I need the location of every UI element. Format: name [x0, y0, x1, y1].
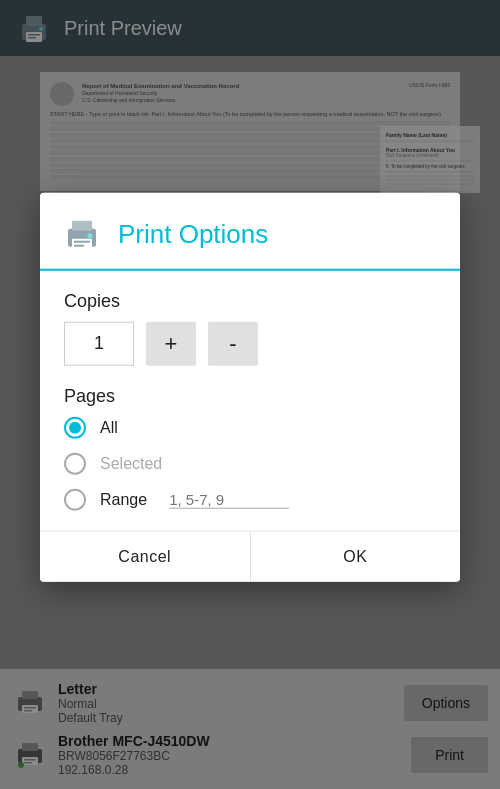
radio-selected-circle[interactable] [64, 452, 86, 474]
ok-button[interactable]: OK [250, 531, 461, 581]
dialog-print-icon [60, 212, 104, 256]
print-options-dialog: Print Options Copies + - Pages All Selec… [40, 192, 460, 581]
radio-range-circle[interactable] [64, 488, 86, 510]
copies-increment-button[interactable]: + [146, 321, 196, 365]
copies-input[interactable] [64, 321, 134, 365]
range-input[interactable] [169, 490, 289, 508]
radio-all-label: All [100, 418, 118, 436]
svg-rect-19 [72, 238, 92, 248]
svg-rect-21 [74, 244, 84, 246]
cancel-button[interactable]: Cancel [40, 531, 250, 581]
dialog-title: Print Options [118, 219, 268, 250]
radio-range-label: Range [100, 490, 147, 508]
radio-row-selected[interactable]: Selected [64, 452, 436, 474]
pages-radio-group: All Selected Range [64, 416, 436, 510]
dialog-header: Print Options [40, 192, 460, 270]
radio-selected-label: Selected [100, 454, 162, 472]
svg-rect-18 [72, 220, 92, 230]
dialog-body: Copies + - Pages All Selected Range [40, 270, 460, 530]
radio-row-range[interactable]: Range [64, 488, 436, 510]
copies-label: Copies [64, 290, 436, 311]
radio-all-circle[interactable] [64, 416, 86, 438]
pages-label: Pages [64, 385, 436, 406]
svg-point-22 [88, 233, 93, 238]
dialog-footer: Cancel OK [40, 530, 460, 581]
radio-row-all[interactable]: All [64, 416, 436, 438]
svg-rect-20 [74, 240, 90, 242]
copies-decrement-button[interactable]: - [208, 321, 258, 365]
copies-row: + - [64, 321, 436, 365]
